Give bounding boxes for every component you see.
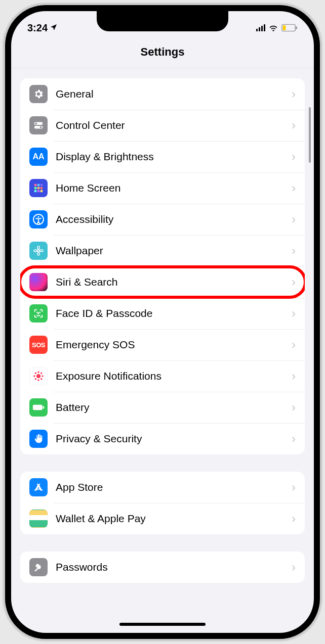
row-label: General bbox=[56, 88, 292, 100]
home-grid-icon bbox=[29, 179, 48, 197]
page-title: Settings bbox=[11, 38, 314, 68]
text-size-icon: AA bbox=[29, 148, 48, 166]
chevron-right-icon: › bbox=[292, 150, 296, 164]
settings-row-general[interactable]: General › bbox=[20, 78, 305, 110]
settings-section-1: General › Control Center › AA Display & … bbox=[20, 78, 305, 454]
svg-rect-2 bbox=[296, 26, 297, 29]
settings-row-wallet[interactable]: Wallet & Apple Pay › bbox=[20, 503, 305, 534]
settings-row-battery[interactable]: Battery › bbox=[20, 392, 305, 423]
row-label: Emergency SOS bbox=[56, 339, 292, 351]
svg-point-31 bbox=[41, 373, 42, 374]
svg-rect-13 bbox=[34, 190, 37, 193]
settings-row-passwords[interactable]: Passwords › bbox=[20, 551, 305, 583]
cellular-signal-icon bbox=[256, 24, 266, 31]
gear-icon bbox=[29, 85, 48, 103]
status-right bbox=[256, 24, 298, 32]
row-label: Accessibility bbox=[56, 213, 292, 225]
svg-point-30 bbox=[35, 373, 36, 374]
wifi-icon bbox=[268, 24, 278, 32]
row-label: Wallpaper bbox=[56, 245, 292, 257]
settings-row-control-center[interactable]: Control Center › bbox=[20, 110, 305, 141]
chevron-right-icon: › bbox=[292, 244, 296, 258]
svg-rect-1 bbox=[283, 25, 286, 30]
settings-section-2: App Store › Wallet & Apple Pay › bbox=[20, 472, 305, 534]
chevron-right-icon: › bbox=[292, 369, 296, 383]
svg-rect-10 bbox=[34, 187, 37, 190]
status-left: 3:24 bbox=[27, 22, 58, 34]
svg-rect-12 bbox=[40, 187, 43, 190]
svg-rect-7 bbox=[34, 184, 37, 187]
svg-rect-34 bbox=[33, 405, 43, 410]
app-store-icon bbox=[29, 478, 48, 496]
location-icon bbox=[50, 22, 58, 34]
exposure-icon bbox=[29, 367, 48, 385]
svg-point-17 bbox=[38, 216, 39, 218]
svg-point-21 bbox=[34, 250, 37, 252]
svg-point-23 bbox=[37, 312, 37, 313]
settings-row-display[interactable]: AA Display & Brightness › bbox=[20, 141, 305, 172]
scrollbar-thumb[interactable] bbox=[309, 107, 311, 163]
flower-icon bbox=[29, 242, 48, 260]
siri-icon bbox=[29, 273, 48, 291]
settings-row-app-store[interactable]: App Store › bbox=[20, 472, 305, 503]
settings-row-siri[interactable]: Siri & Search › bbox=[20, 266, 305, 298]
settings-row-home-screen[interactable]: Home Screen › bbox=[20, 172, 305, 204]
svg-point-29 bbox=[42, 376, 43, 377]
svg-rect-14 bbox=[37, 190, 40, 193]
row-label: Siri & Search bbox=[56, 276, 292, 288]
chevron-right-icon: › bbox=[292, 181, 296, 195]
accessibility-icon bbox=[29, 210, 48, 228]
battery-icon bbox=[281, 24, 298, 32]
settings-row-wallpaper[interactable]: Wallpaper › bbox=[20, 235, 305, 266]
toggles-icon bbox=[29, 116, 48, 134]
row-label: Passwords bbox=[56, 561, 292, 573]
home-indicator[interactable] bbox=[119, 623, 206, 626]
status-time: 3:24 bbox=[27, 22, 48, 34]
svg-rect-11 bbox=[37, 187, 40, 190]
chevron-right-icon: › bbox=[292, 87, 296, 101]
row-label: Control Center bbox=[56, 119, 292, 131]
settings-section-3: Passwords › bbox=[20, 551, 305, 583]
settings-content[interactable]: General › Control Center › AA Display & … bbox=[11, 68, 314, 633]
chevron-right-icon: › bbox=[292, 512, 296, 526]
device-notch bbox=[97, 11, 228, 31]
chevron-right-icon: › bbox=[292, 306, 296, 320]
row-label: Home Screen bbox=[56, 182, 292, 194]
svg-point-32 bbox=[35, 379, 36, 380]
settings-row-exposure[interactable]: Exposure Notifications › bbox=[20, 360, 305, 392]
settings-row-privacy[interactable]: Privacy & Security › bbox=[20, 423, 305, 454]
svg-point-25 bbox=[36, 374, 40, 378]
hand-icon bbox=[29, 430, 48, 448]
settings-row-face-id[interactable]: Face ID & Passcode › bbox=[20, 298, 305, 329]
battery-row-icon bbox=[29, 398, 48, 417]
device-frame: 3:24 Settings bbox=[5, 5, 320, 639]
chevron-right-icon: › bbox=[292, 118, 296, 132]
chevron-right-icon: › bbox=[292, 212, 296, 226]
chevron-right-icon: › bbox=[292, 480, 296, 494]
settings-row-accessibility[interactable]: Accessibility › bbox=[20, 204, 305, 235]
chevron-right-icon: › bbox=[292, 275, 296, 289]
svg-point-19 bbox=[37, 246, 39, 249]
svg-point-4 bbox=[35, 123, 37, 125]
row-label: Display & Brightness bbox=[56, 151, 292, 163]
wallet-icon bbox=[29, 510, 48, 528]
svg-rect-9 bbox=[40, 184, 43, 187]
sos-icon: SOS bbox=[29, 336, 48, 354]
row-label: Battery bbox=[56, 401, 292, 413]
row-label: Wallet & Apple Pay bbox=[56, 513, 292, 525]
svg-point-6 bbox=[40, 126, 42, 128]
key-icon bbox=[29, 558, 48, 576]
chevron-right-icon: › bbox=[292, 400, 296, 415]
svg-point-22 bbox=[40, 250, 43, 252]
device-screen: 3:24 Settings bbox=[11, 11, 314, 633]
svg-point-20 bbox=[37, 252, 39, 255]
svg-point-26 bbox=[38, 372, 39, 373]
chevron-right-icon: › bbox=[292, 432, 296, 446]
row-label: Face ID & Passcode bbox=[56, 307, 292, 319]
svg-point-18 bbox=[37, 250, 39, 252]
svg-rect-15 bbox=[40, 190, 43, 193]
svg-rect-8 bbox=[37, 184, 40, 187]
face-id-icon bbox=[29, 304, 48, 323]
settings-row-sos[interactable]: SOS Emergency SOS › bbox=[20, 329, 305, 360]
svg-point-28 bbox=[34, 376, 35, 377]
